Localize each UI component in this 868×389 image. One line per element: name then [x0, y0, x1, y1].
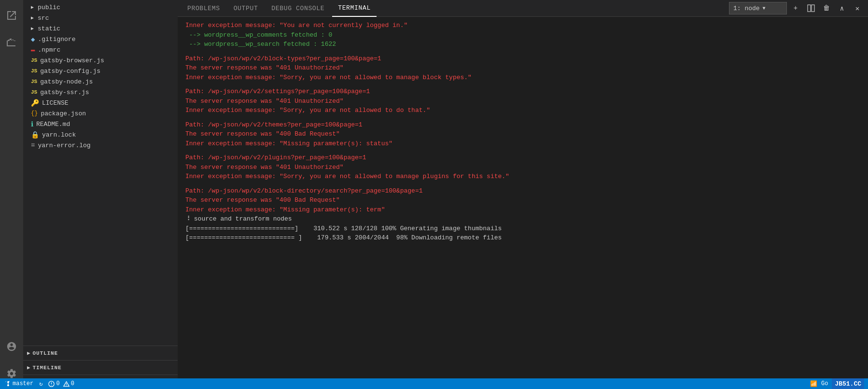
file-name: package.json — [41, 110, 86, 117]
folder-name: public — [38, 4, 60, 11]
terminal-line: Inner exception message: "You are not cu… — [185, 21, 860, 30]
chevron-right-icon: ▶ — [31, 15, 34, 21]
gitignore-icon: ◆ — [31, 35, 35, 43]
file-name: gatsby-ssr.js — [40, 89, 89, 96]
panel-section-outline: ▶ OUTLINE — [23, 346, 178, 360]
terminal-line: The server response was "401 Unauthorize… — [185, 163, 860, 172]
file-item-npmrc[interactable]: ▬ .npmrc — [23, 44, 178, 55]
folder-name: src — [38, 14, 49, 22]
file-name: .gitignore — [38, 36, 75, 43]
warning-number: 0 — [71, 380, 74, 387]
git-branch[interactable]: master — [4, 380, 33, 387]
terminal-line: The server response was "400 Bad Request… — [185, 129, 860, 139]
svg-rect-1 — [812, 5, 814, 12]
add-terminal-button[interactable]: + — [789, 1, 802, 15]
tab-output[interactable]: OUTPUT — [228, 0, 264, 17]
activity-bar-account[interactable] — [0, 335, 23, 358]
tab-problems[interactable]: PROBLEMS — [182, 0, 226, 17]
svg-rect-0 — [808, 5, 811, 12]
file-explorer: ▶ public ▶ src ▶ static ◆ .gitignore ▬ .… — [23, 0, 178, 346]
yarnlock-icon: 🔒 — [31, 131, 39, 139]
activity-bar-explorer[interactable] — [0, 4, 23, 27]
close-panel-button[interactable]: ✕ — [851, 1, 864, 15]
terminal-name: 1: node — [733, 5, 760, 12]
chevron-right-icon: ▶ — [27, 364, 31, 371]
wifi-icon: 📶 — [810, 380, 817, 388]
terminal-line: The server response was "401 Unauthorize… — [185, 97, 860, 106]
js-icon: JS — [31, 68, 37, 74]
file-item-gatsby-config[interactable]: JS gatsby-config.js — [23, 66, 178, 76]
terminal-selector[interactable]: 1: node ▼ — [729, 2, 787, 14]
go-label: Go — [821, 380, 828, 387]
kill-terminal-button[interactable]: 🗑 — [820, 1, 833, 15]
file-item-gatsby-browser[interactable]: JS gatsby-browser.js — [23, 55, 178, 66]
file-name: README.md — [36, 121, 70, 128]
terminal-line: Inner exception message: "Sorry, you are… — [185, 73, 860, 83]
terminal-line: Path: /wp-json/wp/v2/settings?per_page=1… — [185, 87, 860, 97]
js-icon: JS — [31, 57, 37, 63]
file-item-gatsby-ssr[interactable]: JS gatsby-ssr.js — [23, 87, 178, 97]
file-item-yarn-error-log[interactable]: ≡ yarn-error.log — [23, 140, 178, 151]
tab-debug-console[interactable]: DEBUG CONSOLE — [266, 0, 330, 17]
folder-name: static — [38, 25, 60, 32]
terminal-line: Path: /wp-json/wp/v2/block-directory/sea… — [185, 186, 860, 196]
file-item-license[interactable]: 🔑 LICENSE — [23, 97, 178, 108]
terminal-line: [============================ ] 179.533 … — [185, 233, 860, 243]
js-icon: JS — [31, 89, 37, 95]
panel-section-timeline: ▶ TIMELINE — [23, 360, 178, 375]
terminal-line: Inner exception message: "Missing parame… — [185, 139, 860, 149]
tab-bar: PROBLEMS OUTPUT DEBUG CONSOLE TERMINAL 1… — [178, 0, 868, 17]
npmrc-icon: ▬ — [31, 46, 35, 54]
terminal-line: Path: /wp-json/wp/v2/plugins?per_page=10… — [185, 153, 860, 163]
git-branch-icon — [4, 380, 11, 387]
timeline-label: TIMELINE — [33, 365, 62, 371]
file-name: gatsby-config.js — [40, 68, 100, 75]
file-name: yarn.lock — [42, 131, 76, 139]
terminal-line: Inner exception message: "Missing parame… — [185, 205, 860, 215]
sync-button[interactable]: ↻ — [39, 380, 42, 388]
terminal-line — [185, 49, 860, 54]
file-item-src[interactable]: ▶ src — [23, 13, 178, 23]
tab-actions: 1: node ▼ + 🗑 ∧ ✕ — [729, 1, 864, 15]
status-bar-left: master ↻ 0 0 — [4, 380, 74, 388]
file-item-static[interactable]: ▶ static — [23, 23, 178, 34]
terminal-line: The server response was "400 Bad Request… — [185, 195, 860, 205]
license-icon: 🔑 — [31, 99, 39, 107]
file-name: gatsby-node.js — [40, 78, 93, 85]
file-name: yarn-error.log — [38, 142, 90, 149]
terminal-line: --> wordpress__wp_comments fetched : 0 — [185, 30, 860, 40]
activity-bar-extensions[interactable] — [0, 31, 23, 54]
status-bar-right: 📶 Go JB51.CC — [810, 378, 864, 389]
terminal-output[interactable]: Inner exception message: "You are not cu… — [178, 17, 868, 389]
maximize-panel-button[interactable]: ∧ — [835, 1, 849, 15]
file-name: LICENSE — [42, 99, 69, 107]
error-count[interactable]: 0 0 — [48, 380, 74, 387]
file-item-readme[interactable]: ℹ README.md — [23, 119, 178, 129]
file-item-package-json[interactable]: {} package.json — [23, 108, 178, 119]
file-name: .npmrc — [38, 46, 60, 54]
terminal-line — [185, 115, 860, 120]
jb-badge: JB51.CC — [832, 378, 864, 389]
error-icon — [48, 381, 55, 387]
chevron-down-icon: ▼ — [763, 6, 766, 11]
terminal-line — [185, 82, 860, 87]
error-number: 0 — [56, 380, 59, 387]
tab-terminal[interactable]: TERMINAL — [332, 0, 377, 17]
file-item-public[interactable]: ▶ public — [23, 2, 178, 13]
terminal-line: Inner exception message: "Sorry, you are… — [185, 172, 860, 181]
outline-header[interactable]: ▶ OUTLINE — [23, 348, 178, 358]
terminal-line — [185, 148, 860, 153]
file-item-gitignore[interactable]: ◆ .gitignore — [23, 34, 178, 44]
file-item-yarn-lock[interactable]: 🔒 yarn.lock — [23, 129, 178, 140]
chevron-right-icon: ▶ — [31, 26, 34, 31]
timeline-header[interactable]: ▶ TIMELINE — [23, 362, 178, 373]
split-terminal-button[interactable] — [804, 1, 818, 15]
terminal-line: --> wordpress__wp_search fetched : 1622 — [185, 40, 860, 49]
terminal-line — [185, 181, 860, 186]
main-area: PROBLEMS OUTPUT DEBUG CONSOLE TERMINAL 1… — [178, 0, 868, 389]
log-icon: ≡ — [31, 141, 35, 149]
status-bar: master ↻ 0 0 📶 Go JB51.CC — [0, 378, 868, 389]
file-item-gatsby-node[interactable]: JS gatsby-node.js — [23, 76, 178, 87]
outline-label: OUTLINE — [33, 350, 58, 356]
terminal-line: [============================] 310.522 s… — [185, 224, 860, 234]
